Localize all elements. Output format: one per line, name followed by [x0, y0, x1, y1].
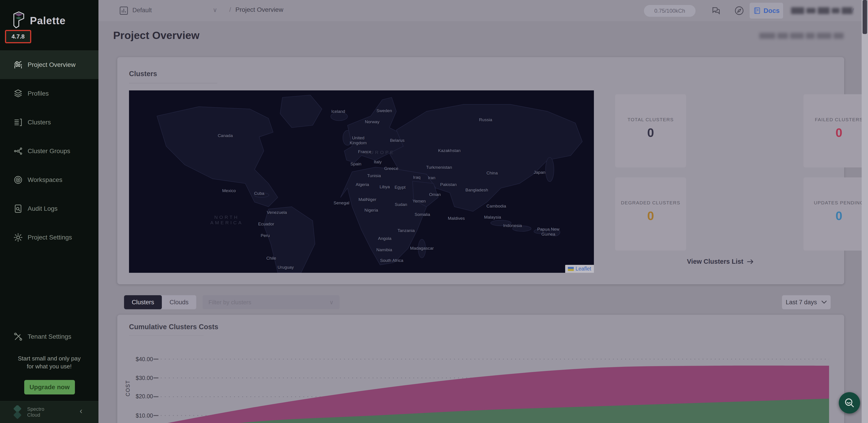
clusters-card: Clusters: [117, 57, 844, 284]
header-info-redacted: [760, 33, 843, 39]
sidebar-item-tenant-settings[interactable]: Tenant Settings: [0, 322, 98, 351]
date-range-select[interactable]: Last 7 days: [782, 295, 831, 309]
filter-chevron-icon: ∨: [329, 299, 334, 306]
docs-book-icon: [753, 7, 761, 15]
map-country-label: Niger: [366, 197, 376, 202]
cluster-groups-icon: [13, 146, 23, 156]
stat-label: UPDATES PENDING: [804, 200, 868, 205]
version-badge: 4.7.8: [5, 30, 31, 43]
map-country-label: Cuba: [254, 191, 264, 196]
promo-text: Start small and only pay for what you us…: [2, 355, 96, 370]
map-country-label: Nigeria: [364, 208, 378, 213]
breadcrumb: Project Overview: [236, 6, 283, 13]
scrollbar-track[interactable]: [862, 0, 868, 423]
stat-value: 0: [615, 209, 686, 223]
map-country-label: Turkmenistan: [426, 165, 452, 170]
chat-icon[interactable]: [711, 5, 721, 16]
chart-axis-ticks: [153, 359, 158, 416]
tenant-settings-icon: [13, 332, 23, 342]
costs-card-title: Cumulative Clusters Costs: [129, 323, 218, 331]
map-country-label: Cambodia: [487, 204, 506, 209]
map-country-label: Iran: [428, 175, 435, 180]
date-range-label: Last 7 days: [785, 299, 817, 306]
map-country-label: Russia: [479, 117, 492, 122]
map-country-label: Sweden: [376, 108, 392, 113]
clusters-card-title: Clusters: [129, 70, 157, 78]
sidebar-item-label: Workspaces: [28, 176, 62, 184]
map-country-label: Mexico: [222, 188, 236, 193]
upgrade-now-button[interactable]: Upgrade now: [24, 380, 75, 394]
palette-logo-icon: [10, 11, 27, 29]
sidebar-item-profiles[interactable]: Profiles: [0, 79, 98, 108]
stat-value: 0: [804, 125, 868, 140]
map-country-label: Angola: [378, 236, 391, 241]
map-country-label: Iraq: [413, 175, 421, 180]
docs-button[interactable]: Docs: [750, 3, 783, 19]
map-country-label: Somalia: [415, 212, 430, 217]
stat-value: 0: [615, 125, 686, 140]
stat-label: TOTAL CLUSTERS: [615, 117, 686, 122]
view-clusters-list-link[interactable]: View Clusters List: [687, 258, 754, 265]
leaflet-attribution[interactable]: Leaflet: [565, 265, 594, 273]
search-fab-button[interactable]: [839, 392, 860, 414]
map-country-label: Egypt: [395, 185, 406, 190]
sidebar-item-audit-logs[interactable]: Audit Logs: [0, 194, 98, 223]
scrollbar-thumb[interactable]: [863, 0, 867, 34]
map-country-label: Spain: [350, 162, 362, 167]
map-country-label: Kazakhstan: [438, 148, 461, 153]
brand-name: Palette: [30, 15, 66, 27]
map-country-label: Madagascar: [410, 246, 434, 251]
map-country-label: Papua New Guinea: [535, 227, 562, 237]
world-map[interactable]: IcelandSwedenNorwayRussiaCanadaUnited Ki…: [129, 90, 594, 273]
tab-clusters[interactable]: Clusters: [124, 295, 162, 309]
map-country-label: Uruguay: [278, 265, 294, 270]
user-name-redacted[interactable]: [791, 7, 852, 14]
map-country-label: Norway: [365, 119, 379, 124]
stat-card-degraded-clusters: DEGRADED CLUSTERS0: [615, 177, 686, 251]
sidebar-item-label: Cluster Groups: [28, 147, 70, 155]
map-country-label: Algeria: [356, 182, 369, 187]
map-country-label: Libya: [379, 185, 390, 190]
map-country-label: Ecuador: [258, 222, 274, 227]
map-country-label: Maldives: [448, 216, 465, 221]
filter-by-clusters-select[interactable]: Filter by clusters ∨: [203, 295, 340, 309]
map-country-label: Yemen: [412, 199, 426, 204]
project-selector[interactable]: Default: [132, 7, 152, 14]
profiles-icon: [13, 89, 23, 98]
selector-chevron-icon[interactable]: ∨: [213, 6, 217, 13]
map-country-label: Sudan: [395, 202, 407, 207]
map-country-label: Oman: [429, 192, 441, 197]
map-country-label: China: [487, 171, 498, 176]
map-country-label: Indonesia: [503, 223, 522, 228]
map-country-label: Tanzania: [398, 228, 415, 233]
sidebar-item-project-overview[interactable]: Project Overview: [0, 50, 98, 79]
sidebar-item-cluster-groups[interactable]: Cluster Groups: [0, 137, 98, 165]
top-bar: Default ∨ / Project Overview 0.75/100kCh: [98, 0, 868, 22]
sidebar-item-workspaces[interactable]: Workspaces: [0, 165, 98, 194]
docs-label: Docs: [764, 7, 780, 15]
map-country-label: United Kingdom: [346, 136, 371, 146]
stat-card-failed-clusters: FAILED CLUSTERS0: [804, 94, 868, 167]
map-country-label: Italy: [374, 160, 381, 165]
usage-badge: 0.75/100kCh: [644, 5, 695, 17]
search-magnifier-icon: [843, 397, 855, 409]
leaflet-label: Leaflet: [576, 266, 591, 272]
map-country-label: Bangladesh: [465, 188, 488, 193]
map-country-label: Tunisia: [367, 173, 381, 178]
sidebar-item-clusters[interactable]: Clusters: [0, 108, 98, 137]
help-compass-icon[interactable]: [734, 5, 744, 16]
sidebar-item-project-settings[interactable]: Project Settings: [0, 223, 98, 252]
palette-dashboard: Default ∨ / Project Overview 0.75/100kCh: [0, 0, 868, 423]
cumulative-costs-chart: [136, 347, 844, 423]
spectro-cloud-logo-icon: [11, 405, 24, 419]
stat-label: FAILED CLUSTERS: [804, 117, 868, 122]
breadcrumb-separator: /: [229, 6, 231, 13]
map-country-label: Iceland: [331, 109, 345, 114]
sidebar-collapse-chevron-icon[interactable]: ‹: [80, 406, 83, 416]
filter-placeholder: Filter by clusters: [209, 299, 251, 306]
cluster-stats: TOTAL CLUSTERS0FAILED CLUSTERS0DEGRADED …: [615, 57, 844, 284]
tab-clouds[interactable]: Clouds: [162, 295, 196, 309]
stat-card-total-clusters: TOTAL CLUSTERS0: [615, 94, 686, 167]
user-menu-chevron-icon[interactable]: ∨: [850, 6, 855, 13]
map-country-label: Peru: [261, 233, 270, 238]
